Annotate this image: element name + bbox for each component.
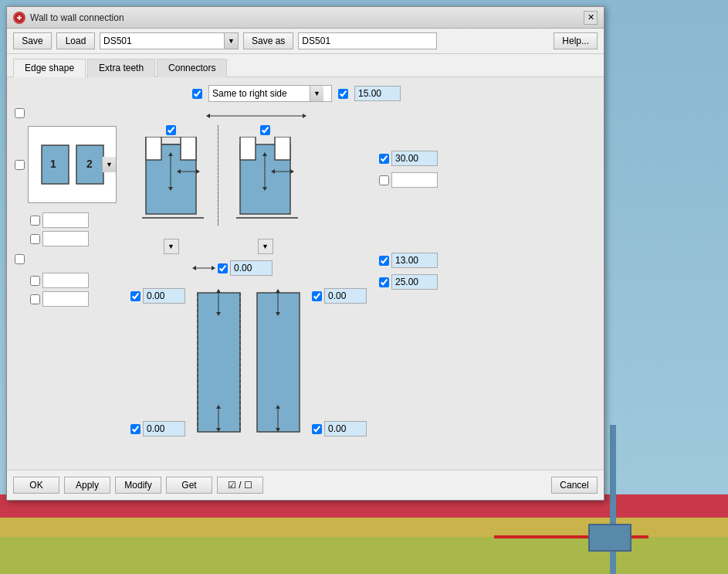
dialog-window: Wall to wall connection ✕ Save Load ▼ Sa… xyxy=(6,6,604,501)
cb4[interactable] xyxy=(30,294,40,304)
saveas-input[interactable] xyxy=(298,32,437,49)
tab-edge-shape[interactable]: Edge shape xyxy=(13,59,86,77)
br-bot-val xyxy=(312,421,367,436)
br-top-cb[interactable] xyxy=(312,291,322,301)
bottom-left-vals xyxy=(130,285,185,440)
small-arrows xyxy=(192,260,215,276)
left-shape-arrow[interactable]: ▼ xyxy=(164,239,179,254)
val-empty-row xyxy=(379,172,438,188)
val25-cb[interactable] xyxy=(379,277,389,287)
load-button[interactable]: Load xyxy=(56,32,95,49)
svg-rect-12 xyxy=(146,137,161,160)
bl-bot-cb[interactable] xyxy=(130,424,141,434)
bl-bot-input[interactable] xyxy=(143,421,185,436)
svg-rect-22 xyxy=(240,137,256,160)
same-right-checkbox[interactable] xyxy=(192,89,202,99)
val-empty-cb[interactable] xyxy=(379,175,389,185)
same-right-dropdown[interactable]: ▼ xyxy=(208,85,332,102)
right-shape-svg xyxy=(225,137,306,237)
bottom-bar: OK Apply Modify Get ☑ / ☐ Cancel xyxy=(7,470,604,500)
field3[interactable] xyxy=(42,273,89,288)
svg-marker-8 xyxy=(206,114,210,118)
svg-marker-19 xyxy=(196,169,200,174)
left-shape-cb[interactable] xyxy=(166,125,176,135)
bl-top-cb[interactable] xyxy=(130,291,141,301)
cb2[interactable] xyxy=(30,234,40,244)
preset-dropdown-arrow[interactable]: ▼ xyxy=(224,33,238,49)
val15-checkbox[interactable] xyxy=(338,89,348,99)
val30-input[interactable] xyxy=(391,151,438,166)
toggle-button[interactable]: ☑ / ☐ xyxy=(217,477,263,494)
val15-input[interactable] xyxy=(354,86,401,101)
profile-svg: 1 2 xyxy=(34,134,111,195)
cb-row-2 xyxy=(30,231,117,246)
modify-button[interactable]: Modify xyxy=(115,477,161,494)
cb3[interactable] xyxy=(30,276,40,286)
top-shapes: ▼ xyxy=(130,108,367,254)
ok-button[interactable]: OK xyxy=(13,477,59,494)
br-bot-cb[interactable] xyxy=(312,424,322,434)
val25-row xyxy=(379,274,438,290)
right-shape-cb[interactable] xyxy=(260,125,270,135)
tab-connectors[interactable]: Connectors xyxy=(157,59,227,77)
help-button[interactable]: Help... xyxy=(554,32,598,49)
val25-input[interactable] xyxy=(391,274,438,290)
val30-row xyxy=(379,151,438,166)
bl-bot-val xyxy=(130,421,185,436)
center-val-input[interactable] xyxy=(230,260,273,276)
field1[interactable] xyxy=(42,212,89,228)
field4[interactable] xyxy=(42,291,89,307)
right-shape-arrow[interactable]: ▼ xyxy=(258,239,273,254)
bottom-right-shape xyxy=(249,285,307,440)
left-shape-svg xyxy=(130,137,212,237)
cb-row-3 xyxy=(30,273,117,288)
get-button[interactable]: Get xyxy=(166,477,212,494)
svg-rect-13 xyxy=(181,137,196,160)
val13-input[interactable] xyxy=(391,253,438,268)
dialog-title: Wall to wall connection xyxy=(30,12,584,23)
saveas-button[interactable]: Save as xyxy=(243,32,293,49)
svg-marker-29 xyxy=(290,169,294,174)
svg-marker-32 xyxy=(192,266,196,270)
left-column: 1 2 ▼ xyxy=(15,108,117,440)
svg-marker-33 xyxy=(212,266,215,270)
toolbar: Save Load ▼ Save as Help... xyxy=(7,29,604,54)
val30-cb[interactable] xyxy=(379,154,389,164)
preset-dropdown[interactable]: ▼ xyxy=(100,32,239,49)
toggle-icon: ☑ / ☐ xyxy=(228,480,252,491)
save-button[interactable]: Save xyxy=(13,32,52,49)
close-button[interactable]: ✕ xyxy=(584,11,598,25)
cb-row-1 xyxy=(30,212,117,228)
bl-top-input[interactable] xyxy=(143,288,185,304)
app-icon xyxy=(13,12,25,24)
bottom-left-shape xyxy=(190,285,248,440)
field2[interactable] xyxy=(42,231,89,246)
br-top-input[interactable] xyxy=(324,288,367,304)
left-profile-preview: 1 2 ▼ xyxy=(28,126,117,203)
same-right-arrow[interactable]: ▼ xyxy=(310,86,323,101)
connector-widget xyxy=(588,524,631,552)
center-val-cb[interactable] xyxy=(218,263,228,273)
svg-text:2: 2 xyxy=(86,158,93,170)
left-profile-checkbox[interactable] xyxy=(15,160,25,170)
val13-cb[interactable] xyxy=(379,256,389,266)
cb-row-4 xyxy=(30,291,117,307)
val-empty-input[interactable] xyxy=(391,172,438,188)
left-top-checkbox[interactable] xyxy=(15,108,25,118)
cb1[interactable] xyxy=(30,216,40,226)
apply-button[interactable]: Apply xyxy=(64,477,110,494)
left-bottom-checkbox[interactable] xyxy=(15,254,25,264)
br-bot-input[interactable] xyxy=(324,421,367,436)
profile-arrow[interactable]: ▼ xyxy=(102,157,116,172)
svg-marker-38 xyxy=(216,289,221,293)
preset-input[interactable] xyxy=(100,36,224,46)
br-top-val xyxy=(312,288,367,304)
svg-marker-9 xyxy=(303,114,306,118)
tab-extra-teeth[interactable]: Extra teeth xyxy=(87,59,155,77)
right-column xyxy=(379,108,438,440)
same-right-input[interactable] xyxy=(209,88,310,99)
val13-row xyxy=(379,253,438,268)
cancel-button[interactable]: Cancel xyxy=(551,477,598,494)
bottom-right-vals xyxy=(312,285,367,440)
connector-vertical xyxy=(610,425,616,574)
